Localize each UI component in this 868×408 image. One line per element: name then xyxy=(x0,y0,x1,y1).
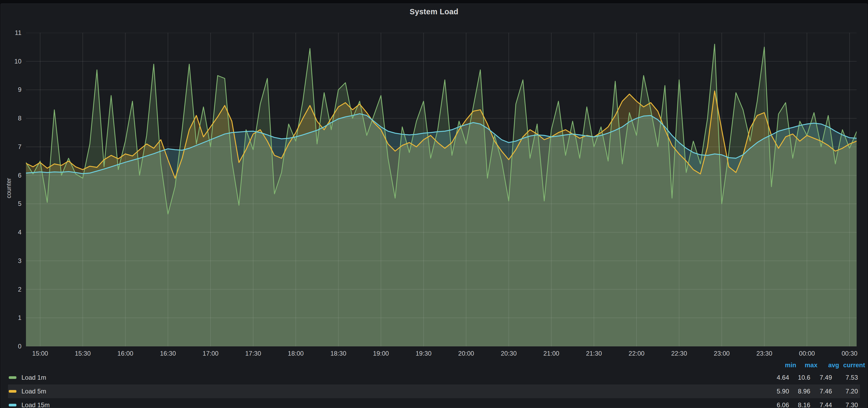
y-tick-label: 1 xyxy=(1,314,22,321)
x-tick-label: 23:00 xyxy=(706,349,738,358)
legend-rows: Load 1m4.6410.67.497.53Load 5m5.908.967.… xyxy=(1,371,867,408)
legend-header-avg[interactable]: avg xyxy=(828,362,839,369)
y-tick-label: 8 xyxy=(1,115,22,122)
stat-current: 7.53 xyxy=(845,371,858,384)
legend-header-row: minmaxavgcurrent xyxy=(1,362,867,369)
stat-min: 4.64 xyxy=(777,371,789,384)
chart-canvas[interactable] xyxy=(26,33,857,346)
stat-min: 5.90 xyxy=(777,384,789,398)
stat-current: 7.30 xyxy=(845,398,858,408)
legend: minmaxavgcurrent Load 1m4.6410.67.497.53… xyxy=(1,362,867,408)
stat-max: 8.16 xyxy=(798,398,810,408)
x-tick-label: 23:30 xyxy=(748,349,780,358)
legend-row-load-15m[interactable]: Load 15m6.068.167.447.30 xyxy=(8,398,860,408)
y-tick-label: 10 xyxy=(1,58,22,65)
y-tick-label: 3 xyxy=(1,258,22,264)
y-tick-label: 7 xyxy=(1,143,22,150)
stat-max: 10.6 xyxy=(798,371,810,384)
x-tick-label: 18:30 xyxy=(322,349,354,358)
x-tick-label: 19:30 xyxy=(407,349,439,358)
x-tick-label: 15:30 xyxy=(67,349,99,358)
x-tick-label: 15:00 xyxy=(24,349,56,358)
y-tick-label: 0 xyxy=(1,343,22,350)
x-tick-label: 20:30 xyxy=(493,349,525,358)
series-fills xyxy=(26,44,857,346)
stat-avg: 7.46 xyxy=(819,384,832,398)
x-tick-label: 17:00 xyxy=(195,349,226,358)
x-tick-label: 16:30 xyxy=(152,349,184,358)
x-tick-label: 18:00 xyxy=(280,349,312,358)
series-label[interactable]: Load 15m xyxy=(22,398,50,408)
y-tick-label: 5 xyxy=(1,200,22,207)
x-tick-label: 21:30 xyxy=(578,349,610,358)
stat-current: 7.20 xyxy=(845,384,858,398)
legend-header-min[interactable]: min xyxy=(785,362,796,369)
grafana-panel-screen: System Load counter 01234567891011 15:00… xyxy=(0,0,868,408)
legend-row-load-5m[interactable]: Load 5m5.908.967.467.20 xyxy=(8,384,860,398)
x-tick-label: 20:00 xyxy=(450,349,482,358)
legend-row-load-1m[interactable]: Load 1m4.6410.67.497.53 xyxy=(8,371,860,384)
x-tick-label: 22:00 xyxy=(621,349,652,358)
stat-avg: 7.49 xyxy=(819,371,832,384)
legend-header-max[interactable]: max xyxy=(805,362,817,369)
x-tick-label: 00:00 xyxy=(791,349,823,358)
series-label[interactable]: Load 5m xyxy=(22,384,46,398)
x-tick-label: 17:30 xyxy=(237,349,269,358)
x-tick-label: 00:30 xyxy=(834,349,865,358)
y-tick-label: 9 xyxy=(1,86,22,93)
stat-max: 8.96 xyxy=(798,384,810,398)
panel: System Load counter 01234567891011 15:00… xyxy=(1,3,867,408)
x-tick-label: 16:00 xyxy=(110,349,141,358)
panel-title[interactable]: System Load xyxy=(1,7,867,16)
stat-min: 6.06 xyxy=(777,398,789,408)
chart-plot-area[interactable] xyxy=(26,33,857,346)
y-tick-label: 11 xyxy=(1,29,22,36)
x-tick-label: 22:30 xyxy=(663,349,695,358)
series-color-swatch[interactable] xyxy=(9,376,17,379)
x-tick-label: 19:00 xyxy=(365,349,397,358)
x-tick-label: 21:00 xyxy=(535,349,567,358)
y-tick-label: 6 xyxy=(1,172,22,179)
y-tick-label: 4 xyxy=(1,229,22,236)
series-color-swatch[interactable] xyxy=(9,390,17,393)
series-label[interactable]: Load 1m xyxy=(22,371,46,384)
legend-header-current[interactable]: current xyxy=(843,362,865,369)
y-tick-label: 2 xyxy=(1,286,22,293)
series-color-swatch[interactable] xyxy=(9,404,17,406)
stat-avg: 7.44 xyxy=(819,398,832,408)
